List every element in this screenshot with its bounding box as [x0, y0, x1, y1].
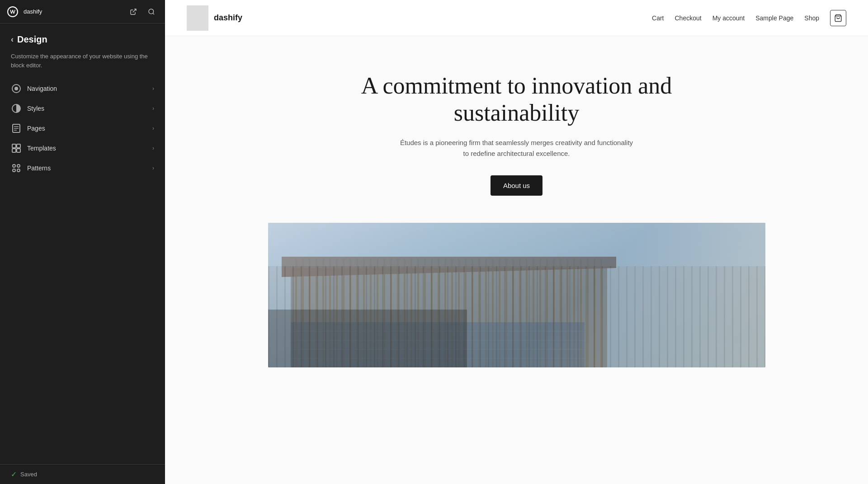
- hero-cta-button[interactable]: About us: [491, 175, 542, 196]
- svg-rect-42: [438, 259, 439, 367]
- wp-logo-icon: [5, 5, 20, 19]
- search-button[interactable]: [143, 4, 160, 20]
- svg-rect-68: [291, 322, 585, 367]
- svg-rect-35: [390, 259, 392, 367]
- styles-label: Styles: [27, 105, 152, 112]
- svg-point-4: [14, 87, 18, 90]
- patterns-label: Patterns: [27, 164, 152, 172]
- svg-rect-46: [465, 259, 467, 367]
- templates-label: Templates: [27, 145, 152, 152]
- sidebar-description: Customize the appearance of your website…: [0, 52, 165, 79]
- svg-rect-37: [404, 259, 406, 367]
- pages-label: Pages: [27, 125, 152, 132]
- architecture-image: [268, 223, 765, 367]
- page-title: Design: [17, 34, 47, 45]
- sidebar-navigation: Navigation › Styles › Pa: [0, 79, 165, 464]
- styles-chevron-icon: ›: [152, 105, 154, 112]
- svg-rect-13: [17, 149, 20, 152]
- hero-subtitle: Études is a pioneering firm that seamles…: [399, 137, 634, 159]
- svg-rect-41: [431, 259, 433, 367]
- svg-rect-43: [444, 259, 446, 367]
- sidebar-top-bar: dashify: [0, 0, 165, 23]
- svg-rect-64: [587, 259, 589, 367]
- hero-section: A commitment to innovation and sustainab…: [165, 36, 868, 223]
- top-bar-actions: [125, 4, 160, 20]
- svg-rect-29: [349, 259, 351, 367]
- svg-point-1: [149, 9, 154, 14]
- navigation-chevron-icon: ›: [152, 85, 154, 92]
- svg-rect-39: [417, 259, 419, 367]
- svg-rect-10: [12, 144, 16, 148]
- nav-checkout[interactable]: Checkout: [675, 14, 701, 22]
- pages-icon: [11, 123, 22, 134]
- architecture-section: [165, 223, 868, 367]
- svg-line-2: [153, 13, 154, 14]
- preview-site-content: dashify Cart Checkout My account Sample …: [165, 0, 868, 484]
- svg-rect-30: [356, 259, 358, 367]
- circle-nav-icon: [11, 83, 22, 94]
- nav-my-account[interactable]: My account: [712, 14, 745, 22]
- site-logo-box: [187, 5, 208, 31]
- svg-rect-40: [424, 259, 426, 367]
- back-arrow-icon: ‹: [11, 35, 14, 44]
- navigation-label: Navigation: [27, 85, 152, 92]
- svg-point-16: [13, 169, 15, 172]
- svg-rect-45: [458, 259, 460, 367]
- cart-icon[interactable]: [830, 10, 846, 26]
- sidebar-item-pages[interactable]: Pages ›: [0, 118, 165, 138]
- back-button[interactable]: ‹ Design: [11, 34, 47, 45]
- templates-chevron-icon: ›: [152, 145, 154, 151]
- svg-rect-32: [370, 259, 372, 367]
- sidebar-item-templates[interactable]: Templates ›: [0, 138, 165, 158]
- svg-point-14: [13, 164, 15, 167]
- templates-icon: [11, 143, 22, 154]
- sidebar: dashify ‹ Design Customize the: [0, 0, 165, 484]
- site-preview: dashify Cart Checkout My account Sample …: [165, 0, 868, 484]
- svg-rect-66: [600, 259, 602, 367]
- svg-rect-36: [397, 259, 399, 367]
- sidebar-site-name: dashify: [24, 8, 125, 15]
- svg-point-17: [17, 169, 20, 172]
- styles-icon: [11, 103, 22, 114]
- svg-rect-33: [377, 259, 378, 367]
- sidebar-item-styles[interactable]: Styles ›: [0, 99, 165, 118]
- sidebar-item-patterns[interactable]: Patterns ›: [0, 158, 165, 178]
- patterns-icon: [11, 163, 22, 174]
- saved-check-icon: ✓: [11, 470, 17, 479]
- nav-cart[interactable]: Cart: [652, 14, 664, 22]
- nav-sample-page[interactable]: Sample Page: [755, 14, 793, 22]
- site-title: dashify: [214, 13, 242, 23]
- svg-rect-38: [410, 259, 412, 367]
- pages-chevron-icon: ›: [152, 125, 154, 132]
- site-logo-area: dashify: [187, 5, 242, 31]
- svg-rect-11: [17, 144, 20, 148]
- sidebar-header: ‹ Design: [0, 23, 165, 52]
- svg-line-0: [133, 9, 136, 12]
- svg-rect-31: [363, 259, 365, 367]
- svg-rect-65: [594, 259, 595, 367]
- svg-rect-44: [451, 259, 453, 367]
- site-header: dashify Cart Checkout My account Sample …: [165, 0, 868, 36]
- svg-point-15: [17, 164, 20, 167]
- sidebar-item-navigation[interactable]: Navigation ›: [0, 79, 165, 99]
- view-site-button[interactable]: [125, 4, 142, 20]
- patterns-chevron-icon: ›: [152, 165, 154, 171]
- site-main-nav: Cart Checkout My account Sample Page Sho…: [652, 10, 846, 26]
- nav-shop[interactable]: Shop: [804, 14, 819, 22]
- svg-rect-12: [12, 149, 16, 152]
- sidebar-footer: ✓ Saved: [0, 464, 165, 484]
- svg-rect-34: [383, 259, 385, 367]
- hero-title: A commitment to innovation and sustainab…: [359, 72, 675, 127]
- saved-label: Saved: [20, 471, 37, 478]
